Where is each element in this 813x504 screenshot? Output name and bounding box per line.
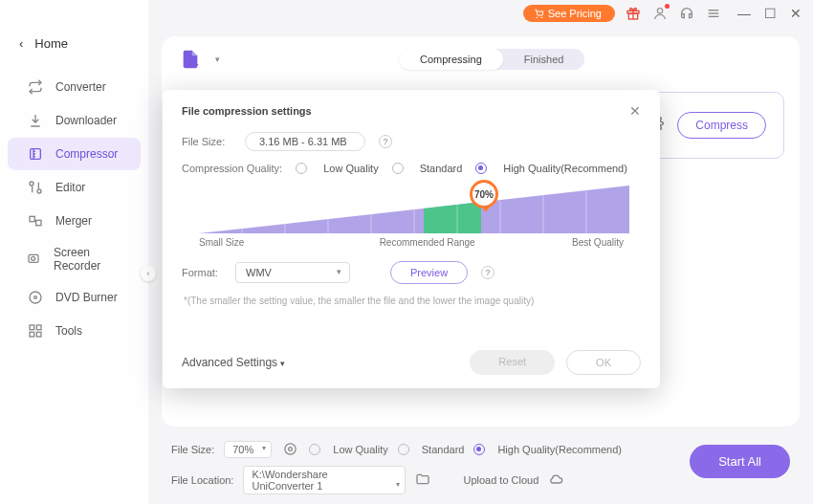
folder-icon[interactable] bbox=[415, 471, 430, 489]
sidebar-item-downloader[interactable]: Downloader bbox=[8, 104, 141, 137]
svg-rect-25 bbox=[36, 325, 41, 330]
advanced-settings-toggle[interactable]: Advanced Settings bbox=[182, 356, 285, 369]
maximize-button[interactable]: ☐ bbox=[764, 6, 777, 21]
svg-point-1 bbox=[540, 17, 542, 19]
menu-icon[interactable] bbox=[705, 5, 722, 22]
svg-point-5 bbox=[657, 9, 662, 13]
svg-rect-18 bbox=[30, 216, 34, 221]
bb-filesize-label: File Size: bbox=[171, 444, 214, 455]
format-select[interactable]: WMV bbox=[235, 262, 350, 283]
close-icon[interactable]: ✕ bbox=[629, 103, 641, 119]
compressor-icon bbox=[27, 145, 44, 163]
modal-title: File compression settings bbox=[182, 105, 312, 117]
add-dropdown-caret[interactable]: ▾ bbox=[215, 55, 220, 64]
dvd-icon bbox=[27, 289, 44, 306]
svg-point-22 bbox=[30, 292, 41, 303]
svg-text:+: + bbox=[193, 59, 199, 70]
slider-handle[interactable]: 70% bbox=[470, 180, 498, 208]
format-label: Format: bbox=[182, 267, 222, 278]
compression-settings-modal: File compression settings ✕ File Size: 3… bbox=[163, 90, 660, 388]
svg-point-23 bbox=[34, 296, 37, 299]
tab-finished[interactable]: Finished bbox=[503, 49, 585, 70]
sidebar-item-recorder[interactable]: Screen Recorder bbox=[8, 238, 141, 280]
cloud-icon[interactable] bbox=[548, 471, 563, 489]
quality-slider[interactable]: 70% Small Size Recommended Range Best Qu… bbox=[199, 186, 624, 248]
sidebar-item-dvd[interactable]: DVD Burner bbox=[8, 281, 141, 314]
gift-icon[interactable] bbox=[625, 5, 642, 22]
quality-label: Compression Quality: bbox=[182, 163, 282, 174]
svg-point-0 bbox=[536, 17, 538, 19]
svg-rect-27 bbox=[36, 332, 41, 337]
slider-label-rec: Recommended Range bbox=[380, 237, 475, 248]
svg-rect-26 bbox=[30, 332, 34, 337]
svg-rect-24 bbox=[30, 325, 34, 330]
hint-text: *(The smaller the setting value, the sma… bbox=[184, 296, 641, 306]
svg-rect-20 bbox=[29, 254, 38, 262]
sidebar: ‹ Home Converter Downloader Compressor E… bbox=[0, 0, 148, 504]
slider-label-small: Small Size bbox=[199, 237, 244, 248]
sidebar-item-compressor[interactable]: Compressor bbox=[8, 138, 141, 170]
support-icon[interactable] bbox=[678, 5, 695, 22]
svg-marker-33 bbox=[424, 202, 481, 233]
tab-compressing[interactable]: Compressing bbox=[399, 49, 503, 70]
compress-button[interactable]: Compress bbox=[677, 112, 766, 139]
tabs: Compressing Finished bbox=[399, 49, 584, 70]
editor-icon bbox=[27, 179, 44, 196]
account-icon[interactable] bbox=[651, 5, 669, 22]
add-file-button[interactable]: + bbox=[177, 46, 204, 73]
merger-icon bbox=[27, 212, 44, 230]
bb-location-select[interactable]: K:\Wondershare UniConverter 1 bbox=[243, 466, 406, 494]
converter-icon bbox=[27, 78, 44, 96]
sidebar-item-merger[interactable]: Merger bbox=[8, 205, 141, 237]
preview-button[interactable]: Preview bbox=[390, 261, 468, 284]
slider-label-best: Best Quality bbox=[572, 237, 624, 248]
svg-point-30 bbox=[289, 447, 293, 450]
downloader-icon bbox=[27, 112, 44, 129]
reset-button[interactable]: Reset bbox=[470, 350, 555, 375]
filesize-input[interactable]: 3.16 MB - 6.31 MB bbox=[245, 132, 365, 151]
filesize-label: File Size: bbox=[182, 136, 231, 147]
svg-point-15 bbox=[37, 189, 41, 193]
sidebar-item-editor[interactable]: Editor bbox=[8, 171, 141, 204]
bb-radio-high[interactable] bbox=[473, 444, 485, 455]
svg-point-31 bbox=[285, 443, 296, 453]
bb-location-label: File Location: bbox=[171, 474, 233, 486]
svg-rect-19 bbox=[36, 220, 41, 225]
radio-high[interactable] bbox=[475, 163, 487, 174]
close-button[interactable]: ✕ bbox=[790, 6, 802, 21]
see-pricing-button[interactable]: See Pricing bbox=[523, 5, 615, 22]
bb-settings-icon[interactable] bbox=[283, 442, 297, 458]
back-home[interactable]: ‹ Home bbox=[0, 27, 148, 60]
help-icon[interactable]: ? bbox=[379, 135, 392, 148]
start-all-button[interactable]: Start All bbox=[690, 445, 790, 478]
svg-point-21 bbox=[32, 256, 35, 260]
radio-low[interactable] bbox=[296, 163, 307, 174]
recorder-icon bbox=[27, 251, 42, 268]
help-icon-2[interactable]: ? bbox=[481, 266, 494, 279]
sidebar-item-tools[interactable]: Tools bbox=[8, 315, 141, 347]
ok-button[interactable]: OK bbox=[566, 350, 641, 375]
bb-radio-std[interactable] bbox=[398, 444, 409, 455]
bb-filesize-select[interactable]: 70% bbox=[224, 441, 272, 458]
minimize-button[interactable]: — bbox=[737, 6, 751, 21]
bb-radio-low[interactable] bbox=[309, 444, 320, 455]
radio-std[interactable] bbox=[392, 163, 404, 174]
sidebar-item-converter[interactable]: Converter bbox=[8, 71, 141, 103]
svg-point-14 bbox=[30, 182, 33, 186]
tools-icon bbox=[27, 322, 44, 340]
chevron-left-icon: ‹ bbox=[19, 36, 23, 51]
